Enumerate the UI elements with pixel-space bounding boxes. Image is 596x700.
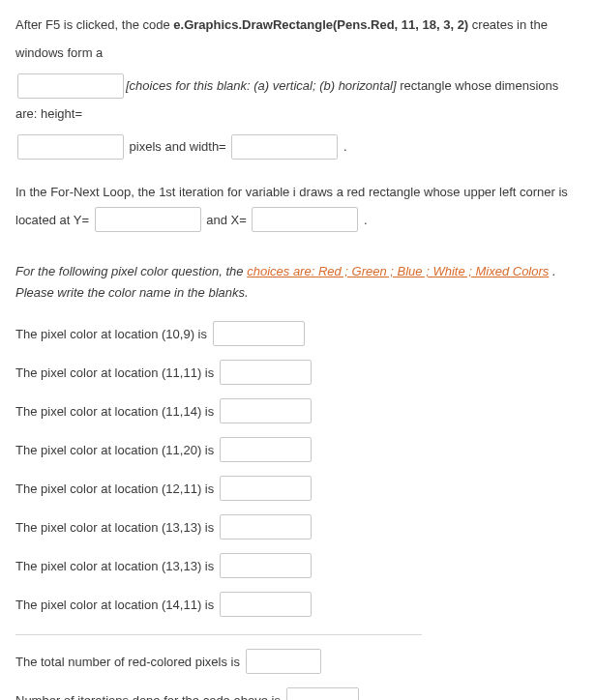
pixel-row: The pixel color at location (13,13) is <box>15 514 581 540</box>
pixel-label: The pixel color at location (11,11) is <box>15 365 214 380</box>
pixel-label: The pixel color at location (11,14) is <box>15 404 214 419</box>
blank-pixel-2[interactable] <box>220 398 312 423</box>
q1-code: e.Graphics.DrawRectangle(Pens.Red, 11, 1… <box>173 17 468 32</box>
color-question-intro: For the following pixel color question, … <box>15 261 581 304</box>
blank-total-red[interactable] <box>246 649 321 674</box>
pixel-row: The pixel color at location (11,14) is <box>15 398 581 423</box>
pixel-label: The pixel color at location (14,11) is <box>15 598 214 612</box>
pixel-label: The pixel color at location (10,9) is <box>15 327 207 341</box>
pixel-label: The pixel color at location (12,11) is <box>15 481 214 496</box>
blank-pixel-6[interactable] <box>220 553 312 578</box>
question-2: In the For-Next Loop, the 1st iteration … <box>15 179 581 234</box>
q1-pixels-and-width: pixels and width= <box>126 139 226 154</box>
summary-label: The total number of red-colored pixels i… <box>15 655 240 669</box>
pixel-label: The pixel color at location (13,13) is <box>15 520 214 535</box>
pixel-row: The pixel color at location (11,11) is <box>15 360 581 385</box>
summary-row: The total number of red-colored pixels i… <box>15 649 581 674</box>
blank-iterations[interactable] <box>286 687 359 700</box>
blank-x[interactable] <box>252 207 358 232</box>
pixel-row: The pixel color at location (11,20) is <box>15 437 581 462</box>
blank-height[interactable] <box>17 134 124 160</box>
blank-pixel-4[interactable] <box>220 476 312 501</box>
pixel-questions: The pixel color at location (10,9) is Th… <box>15 321 581 617</box>
pixel-row: The pixel color at location (12,11) is <box>15 476 581 501</box>
q2-and-x: and X= <box>203 213 247 227</box>
pixel-label: The pixel color at location (13,13) is <box>15 559 214 573</box>
blank-pixel-5[interactable] <box>220 514 312 540</box>
q2-line: In the For-Next Loop, the 1st iteration … <box>15 179 581 234</box>
pixel-row: The pixel color at location (14,11) is <box>15 592 581 617</box>
summary-questions: The total number of red-colored pixels i… <box>15 649 581 700</box>
summary-row: Number of iterations done for the code a… <box>15 687 581 700</box>
q1-line1: After F5 is clicked, the code e.Graphics… <box>15 12 581 67</box>
blank-pixel-1[interactable] <box>220 360 312 385</box>
blank-orientation[interactable] <box>17 73 124 99</box>
q1-intro-a: After F5 is clicked, the code <box>15 17 173 32</box>
summary-label: Number of iterations done for the code a… <box>15 693 281 700</box>
color-choices-label: choices are: Red ; Green ; Blue ; White … <box>247 264 549 278</box>
q1-choices-note: [choices for this blank: (a) vertical; (… <box>126 78 397 93</box>
q1-line2: [choices for this blank: (a) vertical; (… <box>15 73 581 128</box>
blank-pixel-3[interactable] <box>220 437 312 462</box>
q1-line3: pixels and width= . <box>15 133 581 161</box>
divider <box>15 634 422 635</box>
blank-pixel-7[interactable] <box>220 592 312 617</box>
pixel-row: The pixel color at location (13,13) is <box>15 553 581 578</box>
blank-y[interactable] <box>95 207 201 232</box>
question-1: After F5 is clicked, the code e.Graphics… <box>15 12 581 161</box>
blank-pixel-0[interactable] <box>213 321 305 346</box>
pixel-row: The pixel color at location (10,9) is <box>15 321 581 346</box>
q1-period: . <box>343 139 347 154</box>
pixel-label: The pixel color at location (11,20) is <box>15 443 214 457</box>
color-intro-prefix: For the following pixel color question, … <box>15 264 247 278</box>
blank-width[interactable] <box>231 134 338 160</box>
q2-period: . <box>364 213 368 227</box>
